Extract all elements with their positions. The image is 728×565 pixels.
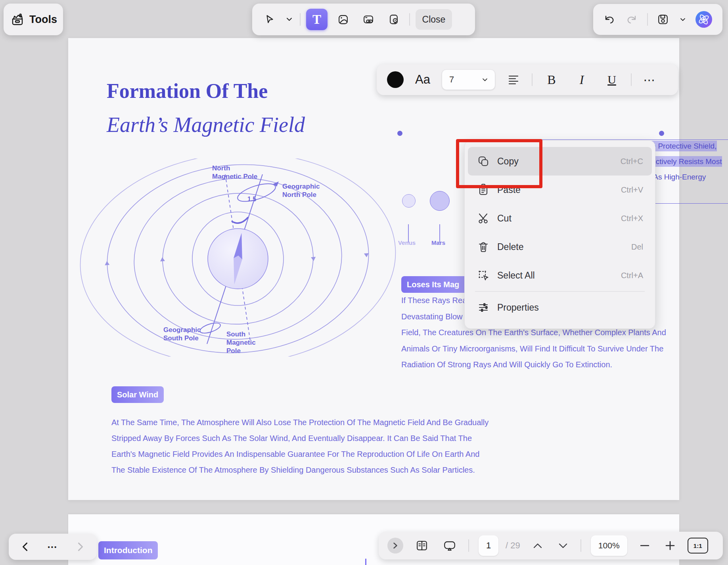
undo-button[interactable]	[601, 10, 617, 29]
redo-button[interactable]	[624, 10, 640, 29]
text-tool-icon: T	[312, 12, 321, 27]
page-nav-left-bar: •••	[9, 534, 97, 560]
context-menu-item-delete[interactable]: Delete Del	[468, 233, 652, 261]
trash-icon	[477, 240, 490, 254]
toolbar-divider	[532, 73, 533, 86]
close-button[interactable]: Close	[416, 9, 452, 30]
diagram-label-south-magnetic-pole: South Magnetic Pole	[226, 330, 256, 355]
planet-label-venus: Venus	[398, 239, 416, 246]
zoom-out-button[interactable]	[637, 536, 653, 555]
chevron-right-icon	[393, 542, 398, 549]
toolbar-divider	[647, 13, 648, 26]
selection-handle-right[interactable]	[659, 131, 664, 136]
toolbar-divider	[300, 13, 301, 26]
planet-label-mars: Mars	[431, 239, 445, 246]
save-icon	[657, 14, 669, 25]
context-menu-item-properties[interactable]: Properties	[468, 293, 652, 322]
select-tool-button[interactable]	[261, 9, 278, 30]
page-number-input-box[interactable]	[479, 535, 498, 556]
planet-venus	[402, 194, 416, 208]
chevron-down-icon	[482, 78, 488, 82]
main-toolbar: T	[252, 4, 475, 35]
history-back-button[interactable]	[19, 537, 31, 557]
close-label: Close	[422, 14, 446, 25]
planet-mars	[430, 191, 450, 211]
more-options-button[interactable]: ⋯	[640, 69, 659, 90]
redo-icon	[626, 14, 638, 25]
selection-handle-left[interactable]	[397, 131, 402, 136]
font-color-swatch[interactable]	[387, 71, 404, 88]
italic-label: I	[580, 73, 584, 87]
bold-button[interactable]: B	[540, 69, 563, 90]
toolbar-divider	[468, 539, 469, 552]
tools-button[interactable]: Tools	[4, 4, 63, 35]
ai-assistant-button[interactable]	[695, 10, 713, 29]
doc-title-line1: Formation Of The	[107, 79, 268, 103]
page-location-tool-button[interactable]	[384, 9, 404, 30]
font-size-value: 7	[449, 74, 454, 85]
introduction-badge: Introduction	[98, 541, 158, 559]
expand-panel-button[interactable]	[387, 538, 403, 554]
link-tool-button[interactable]	[358, 9, 378, 30]
ellipsis-icon: •••	[48, 544, 58, 550]
properties-icon	[477, 301, 490, 314]
font-size-select[interactable]: 7	[442, 69, 495, 90]
context-menu-divider	[475, 291, 645, 292]
link-icon	[363, 14, 374, 25]
image-icon	[338, 14, 349, 25]
diagram-label-geographic-south-pole: Geographic South Pole	[163, 326, 201, 342]
select-tool-dropdown[interactable]	[284, 9, 294, 30]
presentation-icon	[443, 540, 456, 551]
cursor-icon	[264, 14, 275, 25]
page-view-mode-button[interactable]	[413, 536, 431, 555]
plus-icon	[665, 541, 675, 550]
undo-icon	[603, 14, 615, 25]
zoom-level-button[interactable]: 100%	[591, 535, 627, 556]
save-dropdown[interactable]	[678, 10, 688, 29]
align-left-icon	[508, 74, 519, 85]
chevron-left-icon	[22, 542, 28, 552]
underline-button[interactable]: U	[601, 69, 623, 90]
page-pin-icon	[389, 14, 399, 25]
chevron-up-icon	[533, 543, 542, 548]
minus-icon	[640, 545, 649, 546]
diagram-label-tilt-angle: 1.5	[247, 195, 256, 203]
font-style-button[interactable]: Aa	[412, 69, 434, 90]
image-tool-button[interactable]	[333, 9, 353, 30]
align-button[interactable]	[503, 69, 524, 90]
next-page-button[interactable]	[555, 536, 571, 555]
page-number-input[interactable]	[479, 540, 498, 551]
annotation-highlight-copy	[456, 139, 542, 188]
toolbar-divider	[580, 539, 581, 552]
history-forward-button[interactable]	[75, 537, 86, 557]
diagram-label-geographic-north-pole: Geographic North Pole	[282, 182, 320, 199]
text-tool-button[interactable]: T	[306, 9, 328, 30]
solar-wind-badge: Solar Wind	[111, 386, 164, 403]
zoom-level-value: 100%	[598, 541, 620, 550]
italic-button[interactable]: I	[571, 69, 593, 90]
zoom-in-button[interactable]	[662, 536, 678, 555]
more-options-icon: ⋯	[644, 73, 656, 87]
magnetic-field-diagram	[79, 158, 397, 357]
bottom-paragraph: At The Same Time, The Atmosphere Will Al…	[111, 414, 489, 478]
cut-icon	[477, 212, 490, 225]
context-menu-item-cut[interactable]: Cut Ctrl+X	[468, 204, 652, 233]
context-menu-item-select-all[interactable]: Select All Ctrl+A	[468, 261, 652, 290]
ai-assistant-icon	[695, 10, 713, 29]
history-save-toolbar	[593, 4, 722, 35]
chevron-down-icon	[286, 17, 292, 21]
page-controls-bar: / 29 100% 1:1	[379, 532, 723, 559]
save-button[interactable]	[655, 10, 671, 29]
actual-size-button[interactable]: 1:1	[688, 538, 708, 554]
select-all-icon	[477, 269, 490, 282]
presentation-mode-button[interactable]	[441, 536, 459, 555]
nav-more-button[interactable]: •••	[44, 537, 61, 557]
actual-size-label: 1:1	[694, 542, 702, 549]
chevron-right-icon	[77, 542, 84, 552]
underline-label: U	[607, 73, 616, 86]
font-style-label: Aa	[415, 73, 430, 87]
previous-page-button[interactable]	[530, 536, 546, 555]
toolbar-divider	[631, 73, 632, 86]
chevron-down-icon	[680, 18, 686, 21]
bold-label: B	[547, 73, 556, 87]
